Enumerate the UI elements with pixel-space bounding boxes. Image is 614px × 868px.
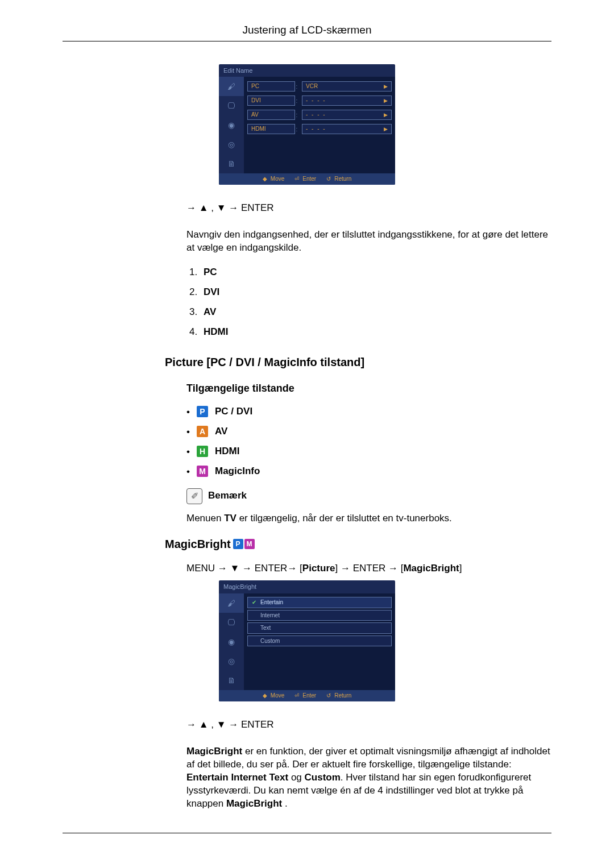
badge-p-icon: P	[233, 539, 243, 549]
osd-row: HDMI : - - - -▶	[247, 123, 392, 135]
page-title: Justering af LCD-skærmen	[0, 23, 614, 38]
badge-a-icon: A	[197, 426, 208, 437]
osd-row-label: AV	[247, 110, 295, 120]
brush-icon	[227, 81, 235, 92]
list-item: HDMI	[200, 326, 551, 339]
menu-path: MENU → ▼ → ENTER→ [Picture] → ENTER → [M…	[186, 562, 551, 575]
osd-row: PC : VCR▶	[247, 80, 392, 93]
list-item: PC	[200, 266, 551, 279]
enter-icon: ⏎	[294, 692, 300, 700]
osd-sidebar	[219, 77, 244, 173]
sidebar-icon-screen	[219, 613, 244, 632]
chevron-right-icon: ▶	[381, 97, 388, 105]
return-icon: ↺	[326, 175, 332, 183]
circle2-icon	[228, 656, 235, 667]
mode-item: •HHDMI	[186, 445, 551, 458]
sidebar-icon-option1	[219, 115, 244, 135]
sidebar-icon-option2	[219, 651, 244, 671]
section-heading-magicbright: MagicBright P M	[165, 537, 551, 552]
osd-main: ✔Entertain Internet Text Custom	[244, 593, 395, 690]
osd-row-value: - - - -▶	[302, 110, 392, 120]
mode-item: •MMagicInfo	[186, 465, 551, 478]
osd-option: Internet	[247, 610, 392, 621]
osd-option: Custom	[247, 636, 392, 647]
osd-magicbright: MagicBright ✔Entertain Internet Text Cus…	[219, 580, 395, 701]
badge-h-icon: H	[197, 446, 208, 457]
badge-m-icon: M	[244, 539, 255, 549]
note-text: Menuen TV er tilgængelig, når der er til…	[186, 512, 551, 525]
divider-top	[63, 41, 551, 41]
circle-icon	[228, 637, 235, 647]
sidebar-icon-option2	[219, 135, 244, 154]
chevron-right-icon: ▶	[381, 82, 388, 90]
osd-sidebar	[219, 593, 244, 690]
input-list: PC DVI AV HDMI	[186, 266, 551, 339]
paragraph-magicbright: MagicBright er en funktion, der giver et…	[186, 745, 551, 811]
mode-list: •PPC / DVI •AAV •HHDMI •MMagicInfo	[186, 405, 551, 478]
screen-icon	[227, 101, 235, 111]
note-heading: ✐ Bemærk	[186, 488, 551, 504]
check-icon: ✔	[251, 599, 257, 607]
divider-bottom	[63, 833, 551, 833]
osd-row-value: VCR▶	[302, 81, 392, 92]
badge-m-icon: M	[197, 466, 208, 477]
screen-icon	[227, 617, 235, 628]
sidebar-icon-option1	[219, 632, 244, 651]
nav-instruction: → ▲ , ▼ → ENTER	[186, 719, 551, 732]
sub-heading-modes: Tilgængelige tilstande	[186, 381, 551, 395]
osd-row-label: DVI	[247, 95, 295, 106]
osd-title: MagicBright	[219, 580, 395, 593]
osd-option: Text	[247, 622, 392, 634]
osd-edit-name: Edit Name PC : VCR▶	[219, 64, 395, 185]
chevron-right-icon: ▶	[381, 111, 388, 119]
list-item: AV	[200, 306, 551, 319]
osd-footer: ◆Move ⏎Enter ↺Return	[219, 690, 395, 701]
chevron-right-icon: ▶	[381, 125, 388, 133]
enter-icon: ⏎	[294, 175, 300, 183]
mode-item: •PPC / DVI	[186, 405, 551, 418]
note-icon: ✐	[186, 488, 202, 504]
sidebar-icon-picture	[219, 77, 244, 96]
sidebar-icon-screen	[219, 96, 244, 115]
move-icon: ◆	[263, 692, 268, 700]
badge-p-icon: P	[197, 406, 208, 417]
list-item: DVI	[200, 286, 551, 299]
nav-instruction: → ▲ , ▼ → ENTER	[186, 202, 551, 215]
osd-footer: ◆Move ⏎Enter ↺Return	[219, 173, 395, 185]
osd-title: Edit Name	[219, 64, 395, 77]
move-icon: ◆	[263, 175, 268, 183]
osd-row-label: PC	[247, 81, 295, 92]
return-icon: ↺	[326, 692, 332, 700]
section-heading-picture: Picture [PC / DVI / MagicInfo tilstand]	[165, 355, 551, 370]
osd-main: PC : VCR▶ DVI : - - - -▶ AV : - - -	[244, 77, 395, 173]
osd-row-label: HDMI	[247, 124, 295, 134]
osd-row: AV : - - - -▶	[247, 109, 392, 121]
sidebar-icon-doc	[219, 671, 244, 690]
sidebar-icon-doc	[219, 154, 244, 173]
circle2-icon	[228, 139, 235, 150]
osd-row: DVI : - - - -▶	[247, 94, 392, 107]
doc-icon	[227, 159, 235, 169]
sidebar-icon-picture	[219, 593, 244, 613]
doc-icon	[227, 675, 235, 686]
osd-row-value: - - - -▶	[302, 124, 392, 134]
osd-row-value: - - - -▶	[302, 95, 392, 106]
osd-option-selected: ✔Entertain	[247, 597, 392, 608]
circle-icon	[228, 120, 235, 131]
paragraph: Navngiv den indgangsenhed, der er tilslu…	[186, 229, 551, 255]
brush-icon	[227, 598, 235, 609]
mode-item: •AAV	[186, 425, 551, 438]
